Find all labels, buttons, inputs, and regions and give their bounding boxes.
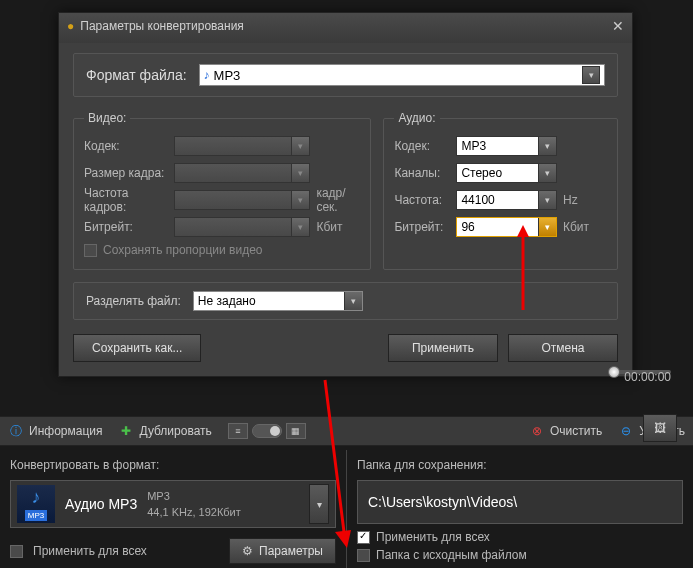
- chevron-down-icon[interactable]: [538, 137, 556, 155]
- timeline-knob[interactable]: [608, 366, 620, 378]
- plus-icon: ✚: [118, 423, 134, 439]
- same-folder-label: Папка с исходным файлом: [376, 548, 527, 562]
- chevron-down-icon: [291, 137, 309, 155]
- video-fps-select: [174, 190, 310, 210]
- apply-all-label-left: Применить для всех: [33, 544, 147, 558]
- apply-all-label-right: Применить для всех: [376, 530, 490, 544]
- file-format-label: Формат файла:: [86, 67, 187, 83]
- save-path[interactable]: C:\Users\kostyn\Videos\: [357, 480, 683, 524]
- chevron-down-icon: [291, 191, 309, 209]
- video-fps-label: Частота кадров:: [84, 186, 174, 214]
- apply-button[interactable]: Применить: [388, 334, 498, 362]
- audio-channels-select[interactable]: Стерео: [456, 163, 557, 183]
- file-format-select[interactable]: ♪ MP3: [199, 64, 605, 86]
- cancel-button[interactable]: Отмена: [508, 334, 618, 362]
- app-icon: ●: [67, 19, 74, 33]
- file-format-row: Формат файла: ♪ MP3: [73, 53, 618, 97]
- video-codec-select: [174, 136, 310, 156]
- music-note-icon: ♪: [32, 487, 41, 508]
- music-note-icon: ♪: [204, 68, 210, 82]
- same-folder-checkbox[interactable]: [357, 549, 370, 562]
- chevron-down-icon[interactable]: [582, 66, 600, 84]
- clear-icon: ⊗: [529, 423, 545, 439]
- video-fieldset: Видео: Кодек: Размер кадра: Частота кадр…: [73, 111, 371, 270]
- audio-bitrate-label: Битрейт:: [394, 220, 456, 234]
- split-select[interactable]: Не задано: [193, 291, 363, 311]
- duplicate-button[interactable]: ✚ Дублировать: [118, 423, 211, 439]
- format-card: ♪ MP3 Аудио MP3 MP3 44,1 KHz, 192Кбит: [10, 480, 336, 528]
- video-legend: Видео:: [84, 111, 130, 125]
- video-framesize-select: [174, 163, 310, 183]
- audio-channels-label: Каналы:: [394, 166, 456, 180]
- mp3-icon: ♪ MP3: [17, 485, 55, 523]
- chevron-down-icon[interactable]: [538, 164, 556, 182]
- view-toggle-group: ≡ ▦: [228, 423, 306, 439]
- apply-all-checkbox-left[interactable]: [10, 545, 23, 558]
- file-format-value: MP3: [214, 68, 241, 83]
- dialog-titlebar: ● Параметры конвертирования ✕: [59, 13, 632, 39]
- clear-button[interactable]: ⊗ Очистить: [529, 423, 602, 439]
- timeline-time: 00:00:00: [624, 370, 671, 384]
- video-fps-unit: кадр/сек.: [310, 186, 360, 214]
- audio-freq-unit: Hz: [557, 193, 607, 207]
- audio-legend: Аудио:: [394, 111, 439, 125]
- close-icon[interactable]: ✕: [612, 18, 624, 34]
- chevron-down-icon[interactable]: [344, 292, 362, 310]
- image-icon: 🖼: [654, 421, 666, 435]
- video-bitrate-select: [174, 217, 310, 237]
- split-file-row: Разделять файл: Не задано: [73, 282, 618, 320]
- format-dropdown-button[interactable]: [309, 484, 329, 524]
- dialog-body: Формат файла: ♪ MP3 Видео: Кодек: Размер…: [59, 39, 632, 376]
- gear-icon: ⚙: [242, 544, 253, 558]
- chevron-down-icon: [291, 218, 309, 236]
- audio-freq-label: Частота:: [394, 193, 456, 207]
- audio-codec-label: Кодек:: [394, 139, 456, 153]
- video-framesize-label: Размер кадра:: [84, 166, 174, 180]
- audio-fieldset: Аудио: Кодек: MP3 Каналы: Стерео Частота…: [383, 111, 618, 270]
- parameters-button[interactable]: ⚙ Параметры: [229, 538, 336, 564]
- chevron-down-icon[interactable]: [538, 191, 556, 209]
- save-heading: Папка для сохранения:: [357, 458, 683, 472]
- list-view-icon[interactable]: ≡: [228, 423, 248, 439]
- info-icon: ⓘ: [8, 423, 24, 439]
- convert-heading: Конвертировать в формат:: [10, 458, 336, 472]
- info-button[interactable]: ⓘ Информация: [8, 423, 102, 439]
- dialog-title: Параметры конвертирования: [80, 19, 244, 33]
- format-name: Аудио MP3: [65, 496, 137, 512]
- convert-panel: Конвертировать в формат: ♪ MP3 Аудио MP3…: [0, 450, 347, 568]
- split-label: Разделять файл:: [86, 294, 181, 308]
- chevron-down-icon: [291, 164, 309, 182]
- keep-ratio-label: Сохранять пропорции видео: [103, 243, 263, 257]
- conversion-dialog: ● Параметры конвертирования ✕ Формат фай…: [58, 12, 633, 377]
- toolbar: ⓘ Информация ✚ Дублировать ≡ ▦ ⊗ Очистит…: [0, 416, 693, 446]
- audio-bitrate-unit: Кбит: [557, 220, 607, 234]
- chevron-down-icon[interactable]: [538, 218, 556, 236]
- video-codec-label: Кодек:: [84, 139, 174, 153]
- format-details: MP3 44,1 KHz, 192Кбит: [147, 488, 299, 520]
- minus-icon: ⊖: [618, 423, 634, 439]
- apply-all-checkbox-right[interactable]: [357, 531, 370, 544]
- audio-codec-select[interactable]: MP3: [456, 136, 557, 156]
- keep-ratio-checkbox: [84, 244, 97, 257]
- save-as-button[interactable]: Сохранить как...: [73, 334, 201, 362]
- grid-view-icon[interactable]: ▦: [286, 423, 306, 439]
- video-bitrate-unit: Кбит: [310, 220, 360, 234]
- video-bitrate-label: Битрейт:: [84, 220, 174, 234]
- save-panel: Папка для сохранения: C:\Users\kostyn\Vi…: [347, 450, 693, 568]
- audio-freq-select[interactable]: 44100: [456, 190, 557, 210]
- view-toggle[interactable]: [252, 424, 282, 438]
- snapshot-button[interactable]: 🖼: [643, 414, 677, 442]
- audio-bitrate-select[interactable]: 96: [456, 217, 557, 237]
